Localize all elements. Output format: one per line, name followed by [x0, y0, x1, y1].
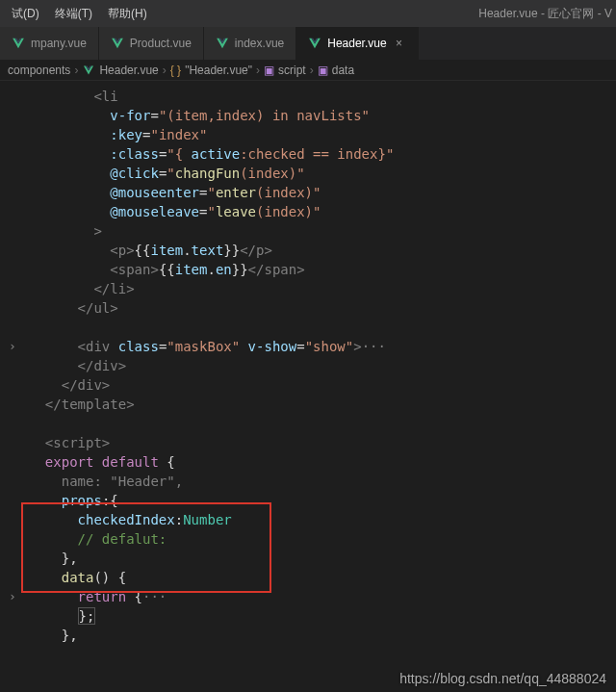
vue-icon [111, 37, 124, 50]
cube-icon: ▣ [318, 64, 328, 77]
code-line: @mouseenter="enter(index)" [0, 183, 616, 202]
code-line: :key="index" [0, 125, 616, 144]
window-title: Header.vue - 匠心官网 - V [478, 6, 616, 22]
code-line: // defalut: [0, 529, 616, 549]
braces-icon: { } [170, 64, 181, 77]
chevron-right-icon: › [74, 64, 78, 77]
fold-chevron-icon[interactable]: › [6, 587, 19, 606]
tab-header[interactable]: Header.vue × [296, 27, 418, 60]
code-line: </li> [0, 279, 616, 298]
crumb-label: "Header.vue" [185, 64, 252, 77]
code-line: v-for="(item,index) in navLists" [0, 106, 616, 125]
code-line: @click="changFun(index)" [0, 164, 616, 183]
code-line: </template> [0, 395, 616, 414]
vue-icon [82, 64, 95, 77]
tab-index[interactable]: index.vue [204, 27, 296, 60]
tab-label: mpany.vue [31, 37, 87, 50]
tab-label: Product.vue [130, 37, 192, 50]
code-line: <span>{{item.en}}</span> [0, 260, 616, 279]
code-line: > [0, 221, 616, 241]
code-line: › <div class="maskBox" v-show="show">··· [0, 337, 616, 356]
breadcrumb[interactable]: components › Header.vue › { } "Header.vu… [0, 60, 616, 81]
code-line [0, 414, 616, 433]
menu-help[interactable]: 帮助(H) [100, 6, 155, 22]
crumb-symbol[interactable]: { } "Header.vue" [170, 64, 252, 77]
code-line: checkedIndex:Number [0, 510, 616, 529]
code-line: props:{ [0, 491, 616, 510]
tab-label: Header.vue [327, 37, 386, 50]
code-line: <script> [0, 433, 616, 452]
crumb-folder[interactable]: components [8, 64, 70, 77]
code-line: :class="{ active:checked == index}" [0, 144, 616, 164]
code-line: }, [0, 549, 616, 568]
code-line: export default { [0, 452, 616, 472]
menubar: 试(D) 终端(T) 帮助(H) Header.vue - 匠心官网 - V [0, 0, 616, 27]
tab-product[interactable]: Product.vue [99, 27, 204, 60]
code-line: › return {··· [0, 587, 616, 606]
code-line: @mouseleave="leave(index)" [0, 202, 616, 221]
tab-label: index.vue [235, 37, 284, 50]
vue-icon [308, 37, 321, 50]
crumb-symbol[interactable]: ▣ script [264, 64, 306, 77]
crumb-symbol[interactable]: ▣ data [318, 64, 354, 77]
code-line: name: "Header", [0, 472, 616, 491]
chevron-right-icon: › [310, 64, 314, 77]
code-editor[interactable]: <li v-for="(item,index) in navLists" :ke… [0, 81, 616, 645]
fold-chevron-icon[interactable]: › [6, 337, 19, 356]
menu-terminal[interactable]: 终端(T) [47, 6, 100, 22]
tab-company[interactable]: mpany.vue [0, 27, 99, 60]
cube-icon: ▣ [264, 64, 274, 77]
crumb-label: script [278, 64, 306, 77]
code-line: <p>{{item.text}}</p> [0, 241, 616, 260]
crumb-label: data [332, 64, 354, 77]
code-line: }, [0, 626, 616, 645]
vue-icon [216, 37, 229, 50]
tab-bar: mpany.vue Product.vue index.vue Header.v… [0, 27, 616, 60]
close-icon[interactable]: × [393, 37, 406, 50]
vue-icon [12, 37, 25, 50]
chevron-right-icon: › [163, 64, 167, 77]
code-line: </div> [0, 375, 616, 395]
code-line: }; [0, 606, 616, 626]
code-line: </ul> [0, 298, 616, 318]
crumb-file[interactable]: Header.vue [82, 64, 158, 77]
code-line: <li [0, 87, 616, 106]
code-line: data() { [0, 568, 616, 587]
code-line [0, 318, 616, 337]
chevron-right-icon: › [256, 64, 260, 77]
watermark-url: https://blog.csdn.net/qq_44888024 [399, 671, 606, 686]
code-line: </div> [0, 356, 616, 375]
menu-debug[interactable]: 试(D) [4, 6, 47, 22]
crumb-label: Header.vue [99, 64, 158, 77]
